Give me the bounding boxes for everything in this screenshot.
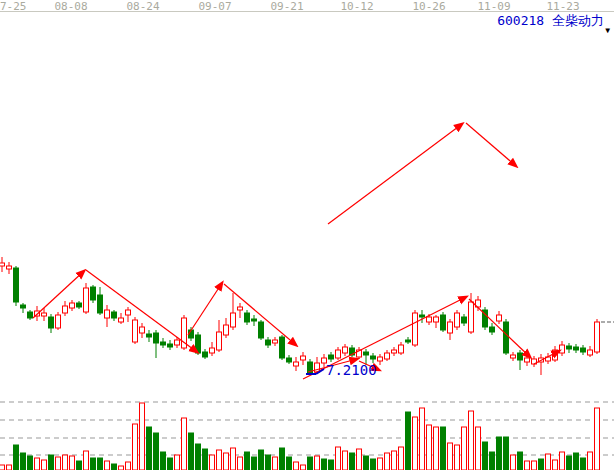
candle-body (294, 362, 299, 366)
volume-bar (287, 457, 292, 470)
volume-bar (595, 408, 600, 470)
candle-body (49, 317, 54, 328)
candle-body (504, 322, 509, 353)
candle-body (273, 340, 278, 343)
volume-bar (252, 457, 257, 470)
volume-bar (14, 445, 19, 470)
volume-bar (301, 465, 306, 470)
trendline-annotation[interactable] (188, 283, 222, 335)
candles (0, 257, 600, 375)
candle-body (147, 334, 152, 337)
volume-bar (105, 461, 110, 470)
volume-bar (406, 412, 411, 470)
volume-bar (238, 457, 243, 470)
volume-bar (427, 425, 432, 470)
volume-bar (28, 456, 33, 470)
volume-bar (231, 448, 236, 470)
volume-bar (168, 458, 173, 470)
candle-body (364, 352, 369, 355)
volume-bar (581, 458, 586, 470)
volume-bar (469, 411, 474, 470)
volume-bar (273, 457, 278, 470)
volume-bar (98, 458, 103, 470)
candle-body (525, 358, 530, 362)
volume-bar (126, 462, 131, 470)
candle-body (455, 313, 460, 327)
volume-bar (119, 466, 124, 470)
trendline-annotation[interactable] (328, 124, 462, 224)
candle-body (196, 335, 201, 353)
candle-body (63, 306, 68, 313)
volume-bar (7, 465, 12, 470)
dropdown-arrow-icon[interactable]: ▼ (605, 26, 610, 35)
trendline-annotation[interactable] (469, 299, 530, 357)
volume-bar (56, 457, 61, 470)
candle-body (70, 303, 75, 308)
volume-bar (483, 442, 488, 470)
candle-body (98, 295, 103, 313)
volume-bar (567, 456, 572, 470)
trendline-annotations (33, 123, 559, 379)
volume-bar (490, 452, 495, 470)
volume-bar (441, 427, 446, 470)
volume-bar (161, 452, 166, 470)
candle-body (588, 350, 593, 355)
volume-bar (189, 433, 194, 470)
volume-bar (140, 403, 145, 470)
candle-body (413, 313, 418, 345)
candle-body (77, 303, 82, 307)
volume-bar (196, 444, 201, 470)
volume-bar (224, 453, 229, 470)
volume-bar (392, 451, 397, 470)
volume-bar (497, 437, 502, 470)
volume-bar (147, 427, 152, 470)
volume-bar (378, 458, 383, 470)
volume-bar (539, 459, 544, 470)
volume-bar (385, 453, 390, 470)
volume-bar (350, 453, 355, 470)
candle-body (224, 325, 229, 335)
volume-bar (266, 455, 271, 470)
candle-body (203, 352, 208, 357)
volume-bar (476, 427, 481, 470)
volume-bar (294, 462, 299, 470)
volume-bar (35, 458, 40, 470)
volume-bar (322, 459, 327, 470)
candle-body (0, 263, 5, 266)
volume-bar (63, 455, 68, 470)
candle-body (462, 317, 467, 323)
volume-bar (210, 455, 215, 470)
candle-body (420, 315, 425, 317)
candle-body (392, 350, 397, 353)
candle-body (371, 356, 376, 359)
volume-bar (329, 460, 334, 470)
candle-body (490, 327, 495, 332)
volume-bar (420, 408, 425, 470)
candle-body (238, 307, 243, 310)
volume-bar (560, 452, 565, 470)
candle-body (168, 344, 173, 347)
candle-body (581, 348, 586, 352)
volume-bar (112, 464, 117, 470)
candle-body (406, 340, 411, 342)
volume-bar (413, 417, 418, 470)
candle-body (567, 346, 572, 349)
volume-bar (217, 450, 222, 470)
candle-body (161, 342, 166, 345)
volume-bar (315, 456, 320, 470)
candle-body (210, 348, 215, 353)
candle-body (105, 310, 110, 318)
volume-bar (280, 448, 285, 470)
candle-body (441, 315, 446, 330)
volume-bar (448, 443, 453, 470)
candle-body (133, 320, 138, 342)
candle-body (287, 358, 292, 362)
volume-bar (42, 460, 47, 470)
candle-body (336, 350, 341, 358)
candle-body (119, 318, 124, 322)
candle-body (126, 310, 131, 315)
trendline-annotation[interactable] (466, 123, 516, 166)
trendline-annotation[interactable] (33, 271, 84, 318)
volume-bar (203, 449, 208, 470)
volume-bar (546, 454, 551, 470)
